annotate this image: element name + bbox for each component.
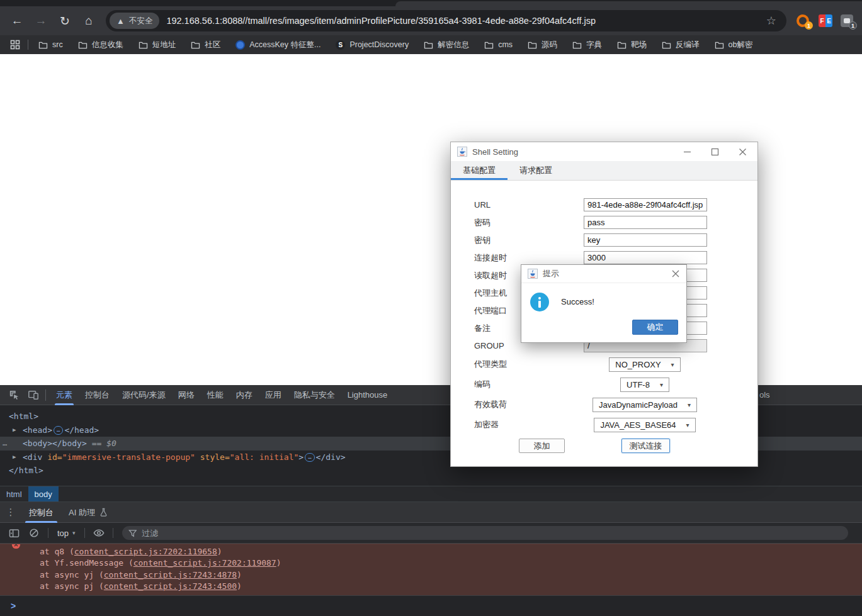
console-prompt-row[interactable]: >: [0, 595, 862, 616]
source-link[interactable]: content_script.js:7243:4500: [104, 581, 237, 591]
minimize-button[interactable]: [673, 143, 701, 160]
bookmark-folder[interactable]: 源码: [528, 40, 557, 50]
breadcrumb-html[interactable]: html: [0, 486, 28, 501]
clear-console-icon[interactable]: [25, 525, 43, 540]
bookmark-star-icon[interactable]: ☆: [766, 14, 776, 28]
bookmarks-bar: src 信息收集 短地址 社区 AccessKey 特: [0, 35, 862, 54]
tab-ai-assistant[interactable]: AI 助理: [61, 501, 115, 523]
address-bar[interactable]: ▲ 不安全 192.168.56.1:8088//tmall/res/image…: [106, 10, 786, 31]
site-security-chip[interactable]: ▲ 不安全: [110, 13, 159, 29]
device-toolbar-icon[interactable]: [24, 387, 43, 403]
expand-ellipsis-icon[interactable]: …: [54, 426, 63, 435]
field-input[interactable]: [584, 216, 707, 229]
tab-console[interactable]: 控制台: [21, 501, 61, 523]
extensions-area: 1 F E 1: [793, 14, 856, 28]
bookmark-folder[interactable]: 信息收集: [78, 40, 123, 50]
encoding-select[interactable]: UTF-8▾: [620, 378, 669, 392]
tab-basic-config[interactable]: 基础配置: [451, 161, 508, 180]
test-connection-button[interactable]: 测试连接: [621, 439, 670, 453]
dialog-title: 提示: [543, 268, 671, 279]
field-label: 备注: [474, 322, 491, 335]
tab-request-config[interactable]: 请求配置: [508, 161, 564, 180]
bookmark-projectdiscovery[interactable]: S ProjectDiscovery: [336, 40, 409, 50]
chevron-down-icon: ▾: [688, 401, 691, 408]
bookmark-folder[interactable]: src: [38, 40, 63, 50]
dialog-titlebar[interactable]: 提示: [521, 265, 686, 283]
bookmark-label: AccessKey 特征整...: [249, 40, 320, 50]
devtools-tab[interactable]: 控制台: [79, 385, 116, 405]
devtools-tab[interactable]: 网络: [172, 385, 201, 405]
field-input[interactable]: [584, 198, 707, 211]
folder-icon: [662, 41, 671, 49]
bookmark-folder[interactable]: cms: [484, 40, 513, 50]
forward-icon[interactable]: →: [30, 11, 52, 31]
breadcrumb-body[interactable]: body: [28, 486, 59, 501]
orange-extension-icon[interactable]: 1: [797, 14, 810, 28]
back-icon[interactable]: ←: [6, 11, 28, 31]
bookmark-folder[interactable]: 社区: [191, 40, 220, 50]
bookmark-folder[interactable]: 字典: [572, 40, 602, 50]
console-messages: at q8 (content_script.js:7202:119658) at…: [0, 544, 862, 595]
expand-ellipsis-icon[interactable]: …: [305, 453, 314, 462]
active-browser-tab[interactable]: [395, 1, 862, 6]
source-link[interactable]: content_script.js:7202:119087: [133, 558, 276, 568]
bookmark-label: 字典: [586, 40, 602, 50]
crypter-select[interactable]: JAVA_AES_BASE64▾: [594, 418, 695, 432]
devtools-tab[interactable]: 内存: [230, 385, 259, 405]
home-icon[interactable]: ⌂: [78, 11, 99, 31]
inspect-icon[interactable]: [5, 387, 24, 403]
add-button[interactable]: 添加: [519, 439, 565, 453]
ok-button[interactable]: 确定: [632, 320, 678, 335]
url-text[interactable]: 192.168.56.1:8088//tmall/res/images/item…: [166, 16, 759, 26]
bookmark-folder[interactable]: 短地址: [139, 40, 176, 50]
devtools-tab[interactable]: 隐私与安全: [288, 385, 341, 405]
source-link[interactable]: content_script.js:7243:4878: [104, 570, 237, 580]
form-field-row: URL: [451, 198, 757, 212]
eye-icon[interactable]: [90, 525, 108, 540]
bookmark-folder[interactable]: 反编译: [662, 40, 700, 50]
bookmark-folder[interactable]: 解密信息: [424, 40, 469, 50]
filter-input[interactable]: [142, 529, 842, 538]
extension-badge: 1: [849, 21, 857, 30]
field-label: GROUP: [474, 339, 504, 353]
maximize-button[interactable]: [701, 143, 729, 160]
folder-icon: [715, 41, 724, 49]
stack-frame: at async pj (content_script.js:7243:4500…: [0, 581, 862, 592]
proxy-type-select[interactable]: NO_PROXY▾: [609, 357, 680, 372]
dom-breadcrumb: html body: [0, 486, 862, 501]
close-button[interactable]: [729, 143, 756, 160]
payload-select[interactable]: JavaDynamicPayload▾: [593, 398, 697, 412]
window-titlebar[interactable]: Shell Setting: [451, 142, 757, 161]
gray-extension-icon[interactable]: 1: [841, 14, 854, 28]
devtools-tab[interactable]: 元素: [50, 385, 79, 405]
bookmark-label: 社区: [205, 40, 220, 50]
console-sidebar-icon[interactable]: [5, 525, 23, 540]
folder-icon: [191, 41, 200, 49]
folder-icon: [78, 41, 88, 49]
browser-tabstrip: [0, 0, 862, 6]
apps-grid-icon[interactable]: [10, 40, 20, 50]
devtools-tab[interactable]: 源代码/来源: [116, 385, 172, 405]
bookmark-folder[interactable]: 靶场: [617, 40, 647, 50]
field-label: 代理端口: [474, 304, 507, 318]
field-input[interactable]: [584, 233, 707, 247]
field-input[interactable]: [584, 251, 707, 264]
kebab-menu-icon[interactable]: ⋮: [0, 507, 21, 518]
devtools-tab[interactable]: Lighthouse: [341, 385, 394, 405]
console-filter[interactable]: [122, 526, 848, 540]
devtools-tab-fragment[interactable]: ols: [759, 385, 770, 405]
expand-arrow-icon[interactable]: ▶: [13, 451, 16, 464]
reload-icon[interactable]: ↻: [54, 11, 76, 31]
devtools-tab[interactable]: 性能: [201, 385, 230, 405]
chevron-down-icon: ▾: [671, 361, 674, 368]
bookmark-folder[interactable]: ob解密: [715, 40, 753, 50]
bookmark-accesskey[interactable]: AccessKey 特征整...: [235, 40, 320, 50]
context-selector[interactable]: top ▾: [54, 529, 79, 538]
source-link[interactable]: content_script.js:7202:119658: [74, 547, 217, 556]
dialog-close-icon[interactable]: [671, 269, 680, 278]
expand-arrow-icon[interactable]: ▶: [13, 423, 16, 437]
fe-extension-icon[interactable]: F E: [819, 14, 832, 28]
devtools-tab[interactable]: 应用: [259, 385, 288, 405]
message-dialog: 提示 Success! 确定: [521, 264, 687, 343]
divider: [84, 528, 85, 538]
